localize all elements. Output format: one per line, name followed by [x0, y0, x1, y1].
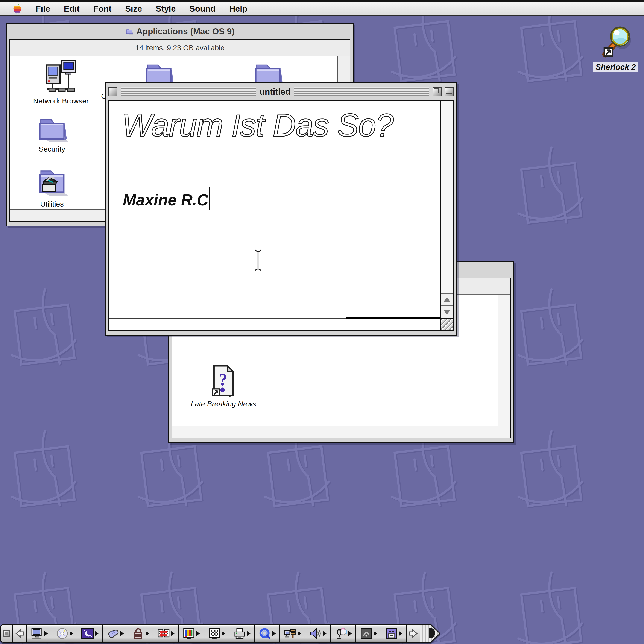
window-title: untitled — [260, 87, 290, 97]
module-icon — [107, 627, 119, 640]
ibeam-cursor — [254, 249, 262, 272]
scroll-down-button[interactable] — [441, 305, 453, 318]
module-icon — [132, 627, 144, 640]
resize-grip[interactable] — [440, 318, 453, 330]
untitled-window-titlebar[interactable]: untitled — [106, 83, 456, 100]
volume-module[interactable] — [305, 624, 330, 643]
control-strip-handle-icon — [3, 630, 10, 637]
module-icon — [259, 627, 271, 640]
applications-folder-icon — [125, 28, 133, 35]
keychain-module[interactable] — [102, 624, 128, 643]
applications-window-titlebar[interactable]: Applications (Mac OS 9) — [7, 24, 353, 39]
menu-file[interactable]: File — [36, 4, 50, 14]
module-icon — [284, 627, 296, 640]
menu-font[interactable]: Font — [93, 4, 111, 14]
arrow-right-icon — [407, 627, 420, 640]
module-popup-arrow-icon — [348, 631, 352, 636]
utilities-folder-icon[interactable]: Utilities — [17, 166, 87, 208]
menu-edit[interactable]: Edit — [64, 4, 80, 14]
control-strip-modules — [26, 624, 406, 643]
titlebar-stripes — [294, 87, 429, 96]
control-strip-end-tab[interactable] — [420, 624, 440, 643]
energy-saver-module[interactable] — [77, 624, 102, 643]
module-icon — [208, 627, 220, 640]
scroll-up-button[interactable] — [441, 293, 453, 305]
icon-label: Sherlock 2 — [593, 62, 638, 72]
module-popup-arrow-icon — [374, 631, 377, 636]
items-status-text: 14 items, 9.23 GB available — [135, 44, 225, 52]
window-title: Applications (Mac OS 9) — [136, 27, 235, 36]
location-manager-module[interactable] — [279, 624, 305, 643]
control-strip[interactable] — [0, 624, 440, 643]
module-popup-arrow-icon — [44, 631, 48, 636]
module-popup-arrow-icon — [298, 631, 301, 636]
module-popup-arrow-icon — [196, 631, 200, 636]
close-box-icon[interactable] — [108, 87, 117, 96]
color-depth-module[interactable] — [178, 624, 204, 643]
items-status-bar: 14 items, 9.23 GB available — [10, 40, 350, 56]
untitled-window[interactable]: untitled Warum Ist Das So? Maxine R.C — [105, 82, 457, 336]
icon-label: Late Breaking News — [188, 400, 259, 408]
titlebar-stripes — [121, 87, 256, 96]
collapse-box-icon[interactable] — [445, 87, 454, 96]
module-icon — [183, 627, 195, 640]
menu-bar: File Edit Font Size Style Sound Help — [0, 2, 644, 16]
menu-sound[interactable]: Sound — [190, 4, 216, 14]
module-popup-arrow-icon — [272, 631, 276, 636]
arrow-left-icon — [14, 627, 26, 640]
module-icon — [56, 627, 68, 640]
scroll-divider — [346, 317, 440, 319]
down-arrow-icon — [443, 310, 451, 314]
file-sync-module[interactable] — [153, 624, 178, 643]
file-sharing-module[interactable] — [26, 624, 52, 643]
scroll-modules-left-button[interactable] — [12, 624, 26, 643]
cd-audio-module[interactable] — [52, 624, 77, 643]
module-icon — [385, 627, 398, 640]
security-lock-module[interactable] — [128, 624, 153, 643]
module-icon — [31, 627, 43, 640]
zoom-box-icon[interactable] — [433, 87, 442, 96]
module-icon — [233, 627, 246, 640]
vertical-scrollbar[interactable] — [440, 101, 453, 318]
scroll-modules-right-button[interactable] — [406, 624, 420, 643]
module-icon — [81, 627, 94, 640]
menu-help[interactable]: Help — [229, 4, 248, 14]
menu-style[interactable]: Style — [156, 4, 176, 14]
module-popup-arrow-icon — [70, 631, 73, 636]
network-browser-icon[interactable]: Network Browser — [26, 59, 96, 105]
document-headline: Warum Ist Das So? — [122, 107, 393, 144]
module-popup-arrow-icon — [323, 631, 327, 636]
security-folder-icon[interactable]: Security — [17, 114, 87, 153]
late-breaking-news-doc-icon[interactable]: Late Breaking News — [188, 364, 259, 408]
module-icon — [157, 627, 170, 640]
module-popup-arrow-icon — [399, 631, 403, 636]
vertical-scrollbar[interactable] — [498, 295, 510, 426]
module-popup-arrow-icon — [222, 631, 225, 636]
quicktime-module[interactable] — [254, 624, 279, 643]
control-strip-left-endcap[interactable] — [0, 624, 12, 643]
resolution-module[interactable] — [204, 624, 229, 643]
untitled-window-body: Warum Ist Das So? Maxine R.C — [108, 100, 454, 331]
text-insertion-caret — [209, 187, 210, 210]
icon-label: Security — [17, 145, 87, 153]
sherlock-2-alias-icon[interactable]: Sherlock 2 — [587, 24, 644, 72]
module-icon — [360, 627, 372, 640]
menu-size[interactable]: Size — [125, 4, 142, 14]
sound-input-module[interactable] — [330, 624, 355, 643]
up-arrow-icon — [443, 297, 451, 302]
apple-menu-icon[interactable] — [12, 3, 22, 14]
horizontal-scrollbar[interactable] — [172, 426, 510, 438]
printer-module[interactable] — [229, 624, 254, 643]
module-popup-arrow-icon — [146, 631, 149, 636]
module-icon — [335, 627, 347, 640]
icon-label: Network Browser — [26, 97, 96, 105]
module-popup-arrow-icon — [120, 631, 124, 636]
text-editing-area[interactable]: Warum Ist Das So? Maxine R.C — [109, 101, 440, 318]
module-popup-arrow-icon — [247, 631, 251, 636]
speech-module[interactable] — [355, 624, 381, 643]
module-icon — [309, 627, 322, 640]
module-popup-arrow-icon — [95, 631, 99, 636]
icon-label: Utilities — [17, 200, 87, 208]
horizontal-scrollbar[interactable] — [109, 318, 440, 330]
remote-access-module[interactable] — [381, 624, 406, 643]
